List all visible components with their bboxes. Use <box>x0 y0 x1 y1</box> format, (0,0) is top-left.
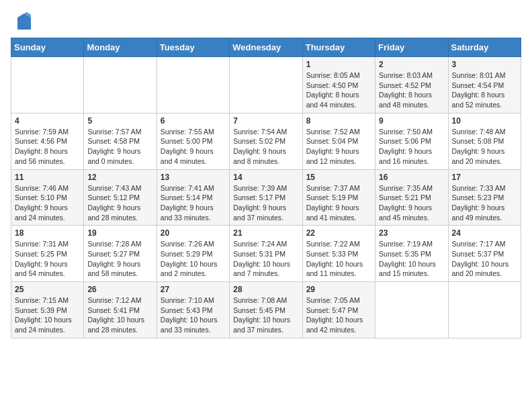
calendar-cell: 27Sunrise: 7:10 AM Sunset: 5:43 PM Dayli… <box>157 282 229 338</box>
day-number: 24 <box>452 228 517 238</box>
calendar-week-row: 4Sunrise: 7:59 AM Sunset: 4:56 PM Daylig… <box>11 113 521 169</box>
day-info: Sunrise: 8:03 AM Sunset: 4:52 PM Dayligh… <box>379 71 444 110</box>
day-info: Sunrise: 7:31 AM Sunset: 5:25 PM Dayligh… <box>15 239 80 279</box>
calendar-cell: 9Sunrise: 7:50 AM Sunset: 5:06 PM Daylig… <box>375 113 448 169</box>
calendar-header-monday: Monday <box>84 38 157 57</box>
day-number: 5 <box>87 116 152 126</box>
calendar-cell: 21Sunrise: 7:24 AM Sunset: 5:31 PM Dayli… <box>230 226 302 282</box>
day-number: 18 <box>15 228 80 238</box>
calendar-cell: 24Sunrise: 7:17 AM Sunset: 5:37 PM Dayli… <box>448 226 521 282</box>
calendar-cell: 6Sunrise: 7:55 AM Sunset: 5:00 PM Daylig… <box>157 113 229 169</box>
day-info: Sunrise: 7:54 AM Sunset: 5:02 PM Dayligh… <box>233 127 298 167</box>
calendar-cell: 11Sunrise: 7:46 AM Sunset: 5:10 PM Dayli… <box>11 169 84 226</box>
calendar-cell: 18Sunrise: 7:31 AM Sunset: 5:25 PM Dayli… <box>11 226 84 282</box>
day-info: Sunrise: 7:10 AM Sunset: 5:43 PM Dayligh… <box>161 295 226 335</box>
calendar-week-row: 11Sunrise: 7:46 AM Sunset: 5:10 PM Dayli… <box>11 169 521 226</box>
calendar-cell: 17Sunrise: 7:33 AM Sunset: 5:23 PM Dayli… <box>448 169 521 226</box>
day-number: 14 <box>233 173 298 182</box>
calendar-cell: 13Sunrise: 7:41 AM Sunset: 5:14 PM Dayli… <box>157 169 229 226</box>
day-info: Sunrise: 7:28 AM Sunset: 5:27 PM Dayligh… <box>87 239 152 279</box>
calendar-cell: 14Sunrise: 7:39 AM Sunset: 5:17 PM Dayli… <box>230 169 302 226</box>
day-info: Sunrise: 7:55 AM Sunset: 5:00 PM Dayligh… <box>161 127 226 167</box>
calendar-cell <box>84 57 157 113</box>
day-number: 1 <box>306 60 371 69</box>
calendar-cell <box>375 282 448 338</box>
day-info: Sunrise: 7:22 AM Sunset: 5:33 PM Dayligh… <box>306 239 371 279</box>
day-info: Sunrise: 7:37 AM Sunset: 5:19 PM Dayligh… <box>306 183 371 223</box>
day-number: 12 <box>87 173 152 182</box>
day-number: 28 <box>233 285 298 294</box>
day-info: Sunrise: 7:59 AM Sunset: 4:56 PM Dayligh… <box>15 127 80 167</box>
calendar-header-tuesday: Tuesday <box>157 38 229 57</box>
day-number: 11 <box>15 173 80 182</box>
day-number: 8 <box>306 116 371 126</box>
day-info: Sunrise: 7:05 AM Sunset: 5:47 PM Dayligh… <box>306 295 371 335</box>
day-info: Sunrise: 7:17 AM Sunset: 5:37 PM Dayligh… <box>452 239 517 279</box>
calendar-cell: 15Sunrise: 7:37 AM Sunset: 5:19 PM Dayli… <box>302 169 375 226</box>
calendar-cell: 28Sunrise: 7:08 AM Sunset: 5:45 PM Dayli… <box>230 282 302 338</box>
day-number: 2 <box>379 60 444 69</box>
calendar-week-row: 25Sunrise: 7:15 AM Sunset: 5:39 PM Dayli… <box>11 282 521 338</box>
day-number: 25 <box>15 285 80 294</box>
day-info: Sunrise: 8:05 AM Sunset: 4:50 PM Dayligh… <box>306 71 371 110</box>
calendar-header-wednesday: Wednesday <box>230 38 302 57</box>
day-number: 7 <box>233 116 298 126</box>
calendar-header-sunday: Sunday <box>11 38 84 57</box>
day-info: Sunrise: 7:33 AM Sunset: 5:23 PM Dayligh… <box>452 183 517 223</box>
calendar-header-saturday: Saturday <box>448 38 521 57</box>
calendar-cell: 19Sunrise: 7:28 AM Sunset: 5:27 PM Dayli… <box>84 226 157 282</box>
day-number: 17 <box>452 173 517 182</box>
calendar-cell: 16Sunrise: 7:35 AM Sunset: 5:21 PM Dayli… <box>375 169 448 226</box>
calendar-cell: 26Sunrise: 7:12 AM Sunset: 5:41 PM Dayli… <box>84 282 157 338</box>
calendar-header-friday: Friday <box>375 38 448 57</box>
calendar-cell: 10Sunrise: 7:48 AM Sunset: 5:08 PM Dayli… <box>448 113 521 169</box>
day-info: Sunrise: 7:46 AM Sunset: 5:10 PM Dayligh… <box>15 183 80 223</box>
calendar-cell: 1Sunrise: 8:05 AM Sunset: 4:50 PM Daylig… <box>302 57 375 113</box>
day-number: 4 <box>15 116 80 126</box>
calendar-week-row: 18Sunrise: 7:31 AM Sunset: 5:25 PM Dayli… <box>11 226 521 282</box>
day-number: 23 <box>379 228 444 238</box>
logo-general <box>11 11 34 32</box>
day-info: Sunrise: 7:19 AM Sunset: 5:35 PM Dayligh… <box>379 239 444 279</box>
day-info: Sunrise: 7:52 AM Sunset: 5:04 PM Dayligh… <box>306 127 371 167</box>
day-info: Sunrise: 7:15 AM Sunset: 5:39 PM Dayligh… <box>15 295 80 335</box>
day-info: Sunrise: 7:57 AM Sunset: 4:58 PM Dayligh… <box>87 127 152 167</box>
day-number: 29 <box>306 285 371 294</box>
calendar-cell: 3Sunrise: 8:01 AM Sunset: 4:54 PM Daylig… <box>448 57 521 113</box>
day-number: 22 <box>306 228 371 238</box>
calendar-week-row: 1Sunrise: 8:05 AM Sunset: 4:50 PM Daylig… <box>11 57 521 113</box>
day-info: Sunrise: 7:50 AM Sunset: 5:06 PM Dayligh… <box>379 127 444 167</box>
calendar-cell: 29Sunrise: 7:05 AM Sunset: 5:47 PM Dayli… <box>302 282 375 338</box>
calendar-cell: 25Sunrise: 7:15 AM Sunset: 5:39 PM Dayli… <box>11 282 84 338</box>
day-number: 9 <box>379 116 444 126</box>
day-info: Sunrise: 7:08 AM Sunset: 5:45 PM Dayligh… <box>233 295 298 335</box>
calendar-cell: 7Sunrise: 7:54 AM Sunset: 5:02 PM Daylig… <box>230 113 302 169</box>
day-info: Sunrise: 7:26 AM Sunset: 5:29 PM Dayligh… <box>161 239 226 279</box>
day-number: 3 <box>452 60 517 69</box>
calendar-cell <box>230 57 302 113</box>
day-info: Sunrise: 7:39 AM Sunset: 5:17 PM Dayligh… <box>233 183 298 223</box>
calendar-cell <box>448 282 521 338</box>
day-info: Sunrise: 8:01 AM Sunset: 4:54 PM Dayligh… <box>452 71 517 110</box>
day-number: 27 <box>161 285 226 294</box>
day-info: Sunrise: 7:35 AM Sunset: 5:21 PM Dayligh… <box>379 183 444 223</box>
calendar-cell: 23Sunrise: 7:19 AM Sunset: 5:35 PM Dayli… <box>375 226 448 282</box>
day-number: 13 <box>161 173 226 182</box>
logo <box>11 11 34 32</box>
calendar-cell <box>11 57 84 113</box>
calendar-cell: 4Sunrise: 7:59 AM Sunset: 4:56 PM Daylig… <box>11 113 84 169</box>
calendar-cell: 5Sunrise: 7:57 AM Sunset: 4:58 PM Daylig… <box>84 113 157 169</box>
day-info: Sunrise: 7:43 AM Sunset: 5:12 PM Dayligh… <box>87 183 152 223</box>
day-number: 19 <box>87 228 152 238</box>
calendar-cell: 2Sunrise: 8:03 AM Sunset: 4:52 PM Daylig… <box>375 57 448 113</box>
day-number: 21 <box>233 228 298 238</box>
day-info: Sunrise: 7:41 AM Sunset: 5:14 PM Dayligh… <box>161 183 226 223</box>
day-number: 6 <box>161 116 226 126</box>
day-info: Sunrise: 7:48 AM Sunset: 5:08 PM Dayligh… <box>452 127 517 167</box>
day-number: 26 <box>87 285 152 294</box>
calendar-cell: 12Sunrise: 7:43 AM Sunset: 5:12 PM Dayli… <box>84 169 157 226</box>
calendar-cell: 22Sunrise: 7:22 AM Sunset: 5:33 PM Dayli… <box>302 226 375 282</box>
calendar-header-row: SundayMondayTuesdayWednesdayThursdayFrid… <box>11 38 521 57</box>
day-info: Sunrise: 7:24 AM Sunset: 5:31 PM Dayligh… <box>233 239 298 279</box>
calendar-header-thursday: Thursday <box>302 38 375 57</box>
